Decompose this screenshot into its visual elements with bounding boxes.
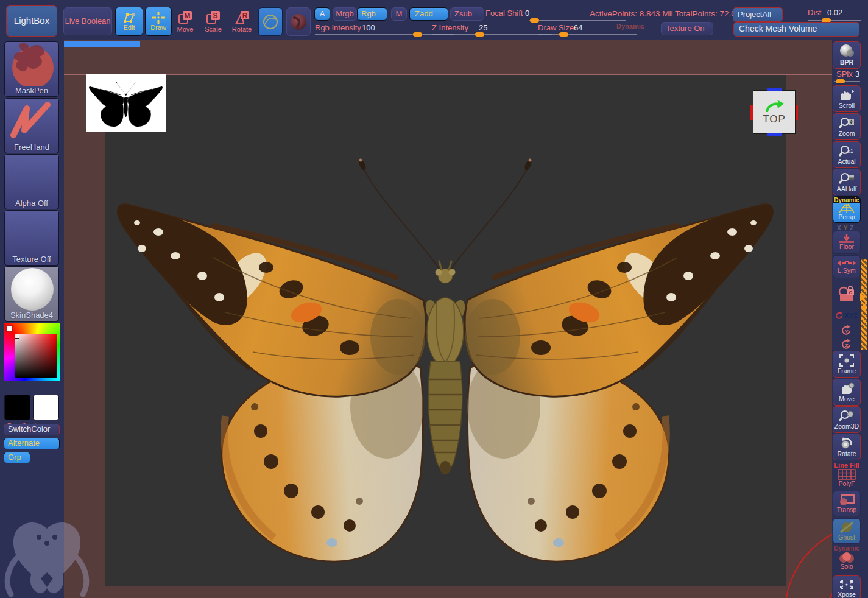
- texture-name: Texture Off: [5, 255, 58, 264]
- focal-shift-label: Focal Shift: [485, 9, 523, 18]
- solo-dynamic-banner: Dynamic: [833, 545, 861, 552]
- actual-button[interactable]: x1 Actual: [833, 141, 861, 168]
- lightbox-button[interactable]: LightBox: [6, 5, 57, 37]
- rotate-y-button[interactable]: Y: [833, 324, 861, 336]
- color-picker[interactable]: [4, 323, 60, 381]
- gizmo-arrow-icon: [764, 99, 785, 113]
- zsub-toggle[interactable]: Zsub: [450, 7, 484, 21]
- progress-bar: [64, 41, 140, 47]
- alpha-selector[interactable]: Alpha Off: [4, 154, 59, 209]
- focal-shift-track[interactable]: [529, 20, 626, 21]
- rgb-toggle[interactable]: Rgb: [357, 7, 387, 21]
- sculpt-canvas[interactable]: [105, 75, 786, 586]
- floor-button[interactable]: Floor: [833, 231, 861, 254]
- bpr-button[interactable]: BPR: [833, 41, 861, 69]
- focal-shift-handle[interactable]: [530, 18, 539, 23]
- brush-selector[interactable]: MaskPen: [4, 41, 59, 97]
- texture-selector[interactable]: Texture Off: [4, 210, 59, 266]
- bpr-label: BPR: [840, 58, 853, 66]
- camera-lock-icon: C: [836, 284, 857, 305]
- color-picker-hue-selector[interactable]: [5, 325, 13, 332]
- xpose-button[interactable]: Xpose: [833, 575, 861, 598]
- a-toggle[interactable]: A: [314, 7, 330, 21]
- texture-on-label: Texture On: [666, 24, 705, 33]
- mrgb-toggle[interactable]: Mrgb: [333, 7, 357, 21]
- svg-text:S: S: [213, 12, 217, 20]
- color-picker-saturation-square[interactable]: [15, 334, 57, 378]
- scroll-button[interactable]: Scroll: [833, 85, 861, 112]
- zoom3d-button[interactable]: Zoom3D: [833, 406, 861, 433]
- scale-button[interactable]: S Scale: [201, 7, 225, 35]
- edit-label: Edit: [124, 24, 135, 31]
- xpose-arrows-icon: [838, 579, 855, 591]
- material-preview-button[interactable]: [286, 7, 311, 36]
- rotate-z-button[interactable]: Z: [833, 338, 861, 350]
- check-mesh-volume-label: Check Mesh Volume: [739, 24, 817, 33]
- stroke-selector[interactable]: FreeHand: [4, 98, 59, 153]
- move-view-button[interactable]: Move: [833, 379, 861, 406]
- z-intensity-track[interactable]: [432, 34, 552, 35]
- svg-text:x1: x1: [847, 148, 853, 154]
- a-label: A: [320, 10, 325, 18]
- project-all-button[interactable]: ProjectAll: [733, 7, 783, 22]
- switch-color-label: SwitchColor: [8, 425, 50, 434]
- polyframe-button[interactable]: Line Fill PolyF: [833, 462, 861, 490]
- dist-track[interactable]: [808, 20, 861, 21]
- line-fill-banner: Line Fill: [833, 462, 861, 469]
- scrollbar-arrow-right[interactable]: [860, 293, 866, 301]
- zoom-label: Zoom: [839, 130, 855, 137]
- dist-value: 0.02: [827, 8, 842, 17]
- switch-color-button[interactable]: SwitchColor: [4, 424, 60, 435]
- scroll-hand-icon: [839, 88, 855, 102]
- brush-circle-icon: [261, 13, 280, 31]
- check-mesh-volume-button[interactable]: Check Mesh Volume: [733, 22, 859, 37]
- scale-icon: S: [205, 10, 221, 26]
- lsym-button[interactable]: L.Sym: [833, 255, 861, 278]
- alpha-thumbnail[interactable]: [86, 74, 166, 132]
- rotate-xyz-button[interactable]: XYZ: [833, 309, 861, 322]
- rotate-view-button[interactable]: Rotate: [833, 434, 861, 460]
- transp-button[interactable]: Transp: [833, 491, 861, 516]
- material-selector[interactable]: SkinShade4: [4, 266, 59, 322]
- live-boolean-button[interactable]: Live Boolean: [63, 7, 112, 35]
- solo-button[interactable]: Dynamic Solo: [833, 545, 861, 574]
- draw-size-value: 64: [574, 23, 582, 32]
- m-label: M: [396, 10, 403, 18]
- z-intensity-value: 25: [479, 23, 487, 32]
- rotate-arc-icon: [836, 312, 843, 319]
- z-intensity-handle[interactable]: [475, 32, 484, 37]
- transparency-icon: [838, 494, 855, 506]
- zoom-button[interactable]: Zoom: [833, 113, 861, 140]
- draw-size-track[interactable]: [538, 34, 637, 35]
- view-orientation-gizmo[interactable]: TOP: [753, 90, 796, 134]
- grp-button[interactable]: Grp: [4, 452, 30, 463]
- ghost-button[interactable]: Ghost: [833, 518, 861, 544]
- rotate-button[interactable]: R Rotate: [229, 7, 255, 35]
- spix-value: 3: [855, 69, 859, 79]
- alternate-button[interactable]: Alternate: [4, 438, 60, 449]
- camera-lock-button[interactable]: C: [833, 281, 861, 309]
- move-label: Move: [177, 26, 194, 33]
- aahalf-button[interactable]: AAHalf: [833, 169, 861, 195]
- secondary-color-swatch[interactable]: [33, 395, 59, 420]
- main-color-swatch[interactable]: [4, 395, 30, 420]
- draw-button[interactable]: Draw: [145, 7, 172, 36]
- rgb-intensity-handle[interactable]: [413, 32, 422, 37]
- frame-button[interactable]: Frame: [833, 351, 861, 378]
- m-toggle[interactable]: M: [391, 7, 407, 21]
- move-button[interactable]: M Move: [173, 7, 197, 35]
- color-picker-inner-selector[interactable]: [15, 334, 19, 339]
- edit-button[interactable]: Edit: [115, 7, 143, 36]
- scrollbar-arrow-left[interactable]: [861, 303, 866, 311]
- gizmo-axis-bar-right: [796, 105, 798, 120]
- zadd-toggle[interactable]: Zadd: [409, 7, 448, 21]
- brush-preview-button[interactable]: [258, 7, 283, 36]
- spix-handle[interactable]: [836, 79, 845, 83]
- ghost-label: Ghost: [838, 533, 855, 541]
- rgb-label: Rgb: [361, 10, 376, 18]
- persp-button[interactable]: Dynamic Persp: [833, 196, 861, 223]
- dist-label: Dist: [808, 8, 821, 17]
- rotate-y-icon: Y: [841, 325, 852, 335]
- texture-on-button[interactable]: Texture On: [661, 22, 713, 35]
- draw-size-handle[interactable]: [559, 32, 568, 37]
